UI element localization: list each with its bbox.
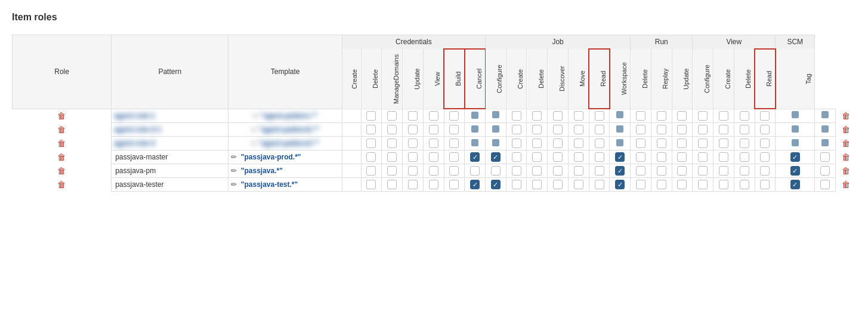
checkbox[interactable] — [532, 152, 542, 162]
checkbox[interactable] — [657, 166, 666, 176]
checkbox[interactable] — [698, 152, 708, 162]
delete-icon[interactable]: 🗑 — [57, 152, 66, 162]
checkbox[interactable] — [740, 152, 749, 162]
checkbox[interactable] — [595, 166, 604, 176]
pattern-link-master[interactable]: "passjava-prod.*" — [241, 153, 301, 161]
checkbox[interactable] — [387, 125, 397, 134]
checkbox-read-view-pm[interactable] — [790, 166, 800, 176]
checkbox[interactable] — [408, 111, 418, 121]
checkbox[interactable] — [595, 139, 604, 148]
delete-icon[interactable]: 🗑 — [57, 180, 66, 189]
checkbox-build-tester[interactable] — [470, 180, 480, 189]
checkbox[interactable] — [820, 152, 830, 162]
pattern-link-tester[interactable]: "passjava-test.*" — [241, 180, 298, 189]
checkbox[interactable] — [387, 166, 397, 176]
delete-icon[interactable]: 🗑 — [57, 125, 66, 134]
checkbox[interactable] — [429, 166, 438, 176]
checkbox[interactable] — [387, 180, 397, 189]
delete-icon[interactable]: 🗑 — [57, 111, 66, 121]
edit-icon[interactable]: ✏ — [231, 167, 237, 175]
checkbox[interactable] — [636, 180, 645, 189]
delete-cell[interactable]: 🗑 — [13, 109, 112, 123]
edit-icon[interactable]: ✏ — [231, 180, 237, 189]
checkbox[interactable] — [657, 125, 666, 134]
checkbox[interactable] — [698, 139, 708, 148]
delete-right-cell[interactable]: 🗑 — [835, 164, 855, 178]
checkbox[interactable] — [512, 139, 521, 148]
checkbox[interactable] — [719, 111, 728, 121]
checkbox[interactable] — [449, 180, 459, 189]
checkbox[interactable] — [429, 125, 438, 134]
checkbox[interactable] — [719, 125, 728, 134]
checkbox[interactable] — [408, 125, 418, 134]
checkbox[interactable] — [677, 152, 687, 162]
delete-cell[interactable]: 🗑 — [13, 123, 112, 137]
checkbox[interactable] — [636, 166, 645, 176]
checkbox[interactable] — [760, 180, 770, 189]
delete-icon[interactable]: 🗑 — [57, 166, 66, 176]
checkbox[interactable] — [366, 111, 376, 121]
checkbox[interactable] — [366, 152, 376, 162]
checkbox[interactable] — [740, 139, 749, 148]
delete-right-cell[interactable]: 🗑 — [835, 137, 855, 150]
checkbox[interactable] — [677, 111, 687, 121]
checkbox[interactable] — [387, 152, 397, 162]
checkbox[interactable] — [366, 125, 376, 134]
checkbox[interactable] — [449, 166, 459, 176]
checkbox[interactable] — [657, 152, 666, 162]
checkbox[interactable] — [532, 111, 542, 121]
checkbox[interactable] — [719, 180, 728, 189]
checkbox[interactable] — [429, 111, 438, 121]
delete-right-cell[interactable]: 🗑 — [835, 150, 855, 164]
checkbox[interactable] — [553, 152, 563, 162]
checkbox[interactable] — [408, 180, 418, 189]
checkbox[interactable] — [595, 111, 604, 121]
checkbox[interactable] — [760, 111, 770, 121]
checkbox[interactable] — [366, 180, 376, 189]
checkbox-build-master[interactable] — [470, 152, 480, 162]
checkbox[interactable] — [532, 125, 542, 134]
delete-left-cell[interactable]: 🗑 — [13, 178, 112, 192]
checkbox[interactable] — [740, 166, 749, 176]
checkbox[interactable] — [553, 166, 563, 176]
checkbox[interactable] — [595, 180, 604, 189]
delete-right-cell[interactable]: 🗑 — [835, 178, 855, 192]
delete-icon[interactable]: 🗑 — [842, 111, 850, 121]
checkbox[interactable] — [657, 111, 666, 121]
checkbox[interactable] — [574, 152, 583, 162]
checkbox[interactable] — [740, 180, 749, 189]
checkbox[interactable] — [532, 180, 542, 189]
checkbox[interactable] — [387, 111, 397, 121]
checkbox[interactable] — [574, 139, 583, 148]
checkbox[interactable] — [512, 166, 521, 176]
checkbox[interactable] — [740, 125, 749, 134]
checkbox[interactable] — [677, 139, 687, 148]
delete-icon[interactable]: 🗑 — [842, 152, 850, 162]
checkbox[interactable] — [636, 125, 645, 134]
checkbox[interactable] — [657, 139, 666, 148]
checkbox[interactable] — [553, 180, 563, 189]
checkbox[interactable] — [512, 111, 521, 121]
checkbox[interactable] — [677, 180, 687, 189]
checkbox[interactable] — [698, 125, 708, 134]
checkbox[interactable] — [740, 111, 749, 121]
checkbox[interactable] — [636, 152, 645, 162]
checkbox[interactable] — [553, 139, 563, 148]
checkbox[interactable] — [820, 180, 830, 189]
checkbox[interactable] — [760, 139, 770, 148]
checkbox[interactable] — [760, 166, 770, 176]
checkbox[interactable] — [512, 152, 521, 162]
checkbox[interactable] — [574, 166, 583, 176]
delete-left-cell[interactable]: 🗑 — [13, 164, 112, 178]
checkbox-read-view-tester[interactable] — [790, 180, 800, 189]
checkbox-read-job-pm[interactable] — [615, 166, 625, 176]
checkbox-read-view-master[interactable] — [790, 152, 800, 162]
checkbox[interactable] — [595, 125, 604, 134]
checkbox[interactable] — [449, 139, 459, 148]
checkbox[interactable] — [408, 152, 418, 162]
checkbox[interactable] — [449, 111, 459, 121]
delete-icon[interactable]: 🗑 — [842, 139, 850, 148]
checkbox[interactable] — [491, 166, 501, 176]
delete-right-cell[interactable]: 🗑 — [835, 109, 855, 123]
checkbox[interactable] — [553, 125, 563, 134]
